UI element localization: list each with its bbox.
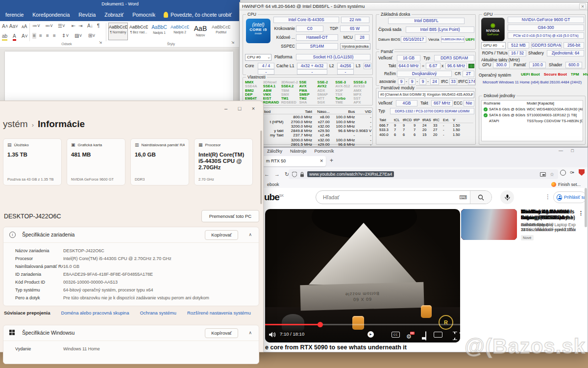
adblock-shield-icon[interactable] (579, 169, 585, 176)
drive-row[interactable]: SATA 6 Gb/s @ 6Gb/s WDC WDS480G2G0A-00JH… (482, 106, 583, 112)
word-ribbon-tab[interactable]: Revízia (74, 12, 100, 18)
device-spec-header[interactable]: i Špecifikácie zariadenia Kopírovať ∧ (3, 227, 259, 243)
settings-scrollbar[interactable] (260, 131, 262, 204)
maximize-icon[interactable]: □ (234, 105, 245, 112)
video-player[interactable]: 60 X 60 Bottom nozzle R 7:10 / 18:10 CC … (265, 209, 460, 342)
browser-tab[interactable]: m RTX 50 ✕ (262, 156, 326, 166)
minimize-icon[interactable]: – (220, 105, 232, 112)
align-right-icon[interactable]: ≡ (46, 33, 49, 39)
production-unit-button[interactable]: Výrobná jednotka (340, 43, 370, 50)
close-icon[interactable]: × (247, 105, 259, 112)
word-style-item[interactable]: AaBbCcD Nadpis 2 (170, 23, 190, 40)
back-icon[interactable]: ← (264, 171, 270, 177)
settings-gear-icon[interactable]: ⚙HD (406, 333, 412, 340)
font-color-icon[interactable]: A (13, 33, 16, 41)
picture-in-picture-icon[interactable] (540, 172, 546, 177)
url-bar[interactable]: www.youtube.com/watch?v=2XiRsLZ7Ea4 ☆ (289, 169, 558, 179)
align-center-icon[interactable]: ≡ (39, 33, 42, 39)
suggested-video-title[interactable]: Building an All ASUS Gaming PC Setup! (521, 209, 576, 221)
video-title[interactable]: e core from RTX 5090 to see whats undern… (265, 344, 407, 351)
extensions-icon[interactable]: ⚩ (570, 170, 574, 175)
drive-row[interactable]: SATA 6 Gb/s @ 6Gb/s ST1000DM003-1ER162 [… (482, 112, 583, 118)
chevron-up-icon[interactable]: ∧ (248, 330, 252, 335)
tab-close-icon[interactable]: ✕ (319, 156, 323, 166)
progress-handle[interactable] (318, 322, 323, 327)
progress-bar[interactable] (265, 324, 460, 325)
word-style-item[interactable]: AaBbCcD Podtitul (211, 23, 231, 40)
module-select-dropdown[interactable]: #0 [Channel A Slot 0/DIMM 3]: Kingston 9… (378, 91, 474, 98)
copy-button[interactable]: Kopírovať (205, 230, 238, 240)
bookmark-star-icon[interactable]: ☆ (550, 172, 554, 177)
word-ribbon-tab[interactable]: Zobraziť (100, 12, 128, 18)
breadcrumb-parent[interactable]: ystém (3, 119, 28, 130)
theater-mode-icon[interactable] (434, 332, 442, 338)
youtube-logo[interactable]: ubeSK (264, 192, 284, 203)
gpu-select-dropdown[interactable]: GPU #0 (481, 42, 506, 49)
drive-row[interactable]: ATAPI TSSTcorp CDDVDW TS-H653N [DVD+... (482, 118, 583, 124)
pilcrow-icon[interactable]: ¶ (97, 23, 99, 29)
font-grow-icon[interactable]: A˄ Aa˅ (2, 24, 18, 29)
word-page[interactable] (5, 52, 233, 106)
rename-pc-button[interactable]: Premenovať toto PC (201, 210, 259, 222)
word-style-item[interactable]: AaBbC Nadpis 1 (149, 23, 169, 40)
word-document-area[interactable] (0, 48, 240, 106)
video-menu-icon[interactable]: ⋮ (578, 210, 584, 216)
styles-dialog-launcher[interactable]: ⇲ (231, 40, 234, 46)
text-effects-icon[interactable]: A˅ (22, 33, 28, 39)
windows-spec-header[interactable]: Špecifikácie Windowsu Kopírovať ∧ (3, 325, 259, 341)
cpu-select-dropdown[interactable]: CPU #0 (245, 54, 271, 61)
captions-icon[interactable]: CC (392, 332, 400, 338)
url-text[interactable]: www.youtube.com/watch?v=2XiRsLZ7Ea4 (307, 171, 394, 177)
clear-format-icon[interactable]: 🗚 (22, 24, 27, 29)
account-icon[interactable] (560, 170, 566, 176)
word-tell-me[interactable]: Povedzte, čo chcete urobiť (164, 12, 232, 18)
hwinfo-title-bar[interactable]: HWiNFO® 64 v8.20-5640 @ Intel DB85FL - S… (240, 2, 588, 10)
suggested-video-item[interactable]: Building an All ASUS Gaming PC Setup! ⋮ (461, 209, 584, 240)
decrease-indent-icon[interactable]: ⇤ (72, 23, 75, 29)
line-spacing-icon[interactable]: ⇕˅ (62, 33, 69, 39)
miniplayer-icon[interactable] (425, 331, 426, 341)
youtube-search-box[interactable]: ⌨ (316, 190, 492, 204)
align-left-icon[interactable]: ≡ (32, 33, 36, 39)
search-button[interactable] (470, 191, 491, 204)
keyboard-icon[interactable]: ⌨ (459, 194, 467, 201)
shading-icon[interactable]: ▨˅ (74, 33, 82, 39)
multilevel-list-icon[interactable]: ☰˅ (58, 23, 65, 29)
word-title-bar[interactable]: Dokument1 - Word (0, 0, 240, 8)
page-scrollbar[interactable] (585, 188, 587, 227)
firefox-menu-item[interactable]: Záložky (267, 148, 282, 155)
sort-icon[interactable]: A↓ (87, 23, 93, 29)
related-link[interactable]: Ochrana systému (140, 310, 176, 315)
word-ribbon-tab[interactable]: Pomocník (128, 12, 160, 18)
maximize-icon[interactable]: □ (571, 148, 574, 153)
close-icon[interactable]: ✕ (579, 3, 586, 9)
shield-icon[interactable] (292, 172, 297, 177)
word-ribbon-tab[interactable]: Korešpondencia (28, 12, 74, 18)
related-link[interactable]: Doména alebo pracovná skupina (61, 310, 129, 315)
highlight-icon[interactable]: ab (2, 33, 7, 41)
finish-setup[interactable]: Finish set... (551, 181, 581, 188)
chevron-up-icon[interactable]: ∧ (248, 232, 252, 237)
word-ribbon-tab[interactable]: ferencie (1, 12, 28, 18)
search-input[interactable] (316, 194, 459, 200)
new-tab-button[interactable]: + (330, 157, 333, 164)
firefox-menu-item[interactable]: Pomocník (315, 148, 334, 155)
firefox-menu-item[interactable]: Nástroje (290, 148, 307, 155)
increase-indent-icon[interactable]: ⇥ (78, 23, 82, 29)
borders-icon[interactable]: ⊞˅ (88, 33, 95, 39)
more-options-icon[interactable]: ⋮ (545, 193, 551, 200)
word-style-item[interactable]: AaBbCcDc ¶ Bez riad... (129, 23, 148, 40)
minimize-icon[interactable]: — (559, 148, 563, 153)
paragraph-dialog-launcher[interactable]: ⇲ (99, 40, 102, 46)
justify-icon[interactable]: ≡ (53, 33, 56, 39)
sign-in-button[interactable]: Prihlásiť sa (553, 191, 587, 203)
word-style-item[interactable]: AaB Názov (191, 23, 210, 40)
word-style-item[interactable]: AaBbCcDc ¶ Normálny (108, 23, 128, 40)
volume-icon[interactable] (269, 332, 276, 338)
mic-button[interactable] (500, 190, 514, 204)
bookmark-item[interactable]: ebook (267, 182, 279, 187)
bullets-icon[interactable]: ≔˅ (32, 23, 40, 29)
numbering-icon[interactable]: ≕˅ (45, 23, 53, 29)
related-link[interactable]: Rozšírené nastavenia systému (187, 310, 251, 315)
video-thumbnail[interactable] (461, 209, 517, 240)
